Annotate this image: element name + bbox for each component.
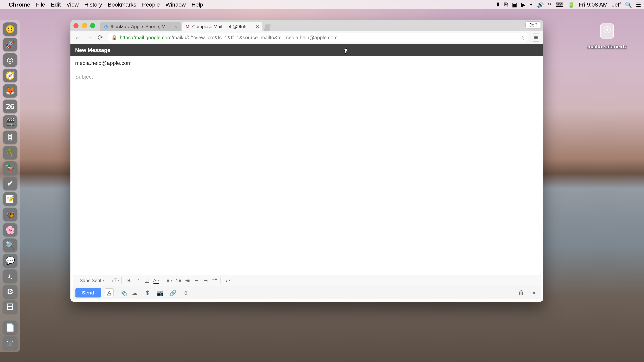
bold-button[interactable]: B [125, 277, 133, 285]
insert-drive-button[interactable]: ☁︎ [130, 289, 139, 297]
menu-view[interactable]: View [66, 1, 79, 8]
menubar-app-name[interactable]: Chrome [9, 1, 30, 8]
indent-less-button[interactable]: ⇤ [192, 277, 200, 285]
attach-file-button[interactable]: 📎 [118, 289, 126, 297]
window-zoom-button[interactable] [90, 23, 95, 28]
numbered-list-button[interactable]: 1≡ [174, 277, 182, 285]
formatting-toolbar: Sans Serif ▾ тT▾ B I U A▾ ≡▾ 1≡ •≡ ⇤ ⇥ ❝… [73, 275, 541, 286]
dock-butterfly[interactable]: 🦋 [3, 208, 17, 221]
insert-money-button[interactable]: $ [143, 289, 152, 297]
menu-file[interactable]: File [36, 1, 45, 8]
wifi-icon[interactable]: ⌔ [548, 1, 551, 8]
dock-launchpad[interactable]: 🚀 [3, 38, 17, 51]
menubar-username[interactable]: Jeff [612, 1, 621, 8]
font-family-label: Sans Serif [80, 278, 101, 283]
dock-messages[interactable]: 💬 [3, 254, 17, 267]
dock-finder[interactable]: 🙂 [3, 22, 17, 36]
font-size-dropdown[interactable]: тT▾ [112, 277, 120, 285]
chrome-toolbar: ← → ⟳ 🔒 https://mail.google.com/mail/u/0… [70, 31, 544, 44]
insert-emoji-button[interactable]: ☺ [181, 289, 190, 297]
airplay-icon[interactable]: ▶ [521, 1, 526, 8]
volume-icon[interactable]: 🔊 [537, 1, 544, 8]
dock-photos[interactable]: 🌸 [3, 223, 17, 237]
chrome-menu-button[interactable]: ≡ [532, 33, 540, 41]
new-tab-button[interactable] [264, 24, 271, 31]
dock-firefox[interactable]: 🦊 [3, 84, 17, 97]
screenrec-icon[interactable]: ▣ [512, 1, 517, 8]
discard-draft-button[interactable]: 🗑 [517, 289, 526, 297]
more-options-button[interactable]: ▾ [530, 289, 538, 297]
nav-reload-button[interactable]: ⟳ [96, 34, 104, 41]
dock-notes[interactable]: 📝 [3, 192, 17, 206]
dropbox-icon[interactable]: ⬇︎ [496, 1, 500, 8]
menu-window[interactable]: Window [166, 1, 186, 8]
nav-back-button[interactable]: ← [74, 34, 81, 41]
font-family-dropdown[interactable]: Sans Serif ▾ [77, 277, 106, 285]
dock-logic-pro[interactable]: 🎛 [3, 131, 17, 144]
battery-icon[interactable]: 🔋 [568, 1, 574, 8]
menubar-clock[interactable]: Fri 9:08 AM [578, 1, 608, 8]
dock-things[interactable]: ✔ [3, 177, 17, 190]
dock-cyberduck[interactable]: 🦆 [3, 161, 17, 175]
insert-link-button[interactable]: 🔗 [168, 289, 177, 297]
menu-help[interactable]: Help [192, 1, 203, 8]
compose-to-field[interactable]: media.help@apple.com [70, 56, 544, 70]
bullet-list-button[interactable]: •≡ [184, 277, 192, 285]
window-controls [74, 23, 95, 28]
nav-forward-button[interactable]: → [85, 34, 92, 41]
insert-photo-button[interactable]: 📷 [156, 289, 164, 297]
window-close-button[interactable] [74, 23, 78, 28]
menu-bookmarks[interactable]: Bookmarks [108, 1, 136, 8]
quote-button[interactable]: ❝❞ [211, 277, 219, 285]
indent-more-button[interactable]: ⇥ [202, 277, 210, 285]
dock-trash[interactable]: 🗑 [3, 336, 17, 350]
menu-edit[interactable]: Edit [51, 1, 61, 8]
tab-close-icon[interactable]: ✕ [174, 24, 178, 29]
text-color-button[interactable]: A▾ [152, 277, 160, 285]
dock-final-cut-pro[interactable]: 🎬 [3, 115, 17, 129]
compose-to-value: media.help@apple.com [75, 60, 132, 66]
bookmark-star-icon[interactable]: ☆ [520, 34, 525, 41]
dock-itunes[interactable]: ♫ [3, 270, 17, 283]
omnibox-url: https://mail.google.com/mail/u/0/?view=c… [120, 35, 518, 40]
toggle-formatting-button[interactable]: A [105, 289, 114, 297]
notification-center-icon[interactable]: ☰ [636, 1, 641, 8]
dock: 🙂 🚀 ◎ 🧭 🦊 26 🎬 🎛 🌴 🦆 ✔ 📝 🦋 🌸 🔍 💬 ♫ ⚙ 🎞 📄… [0, 20, 20, 352]
omnibox[interactable]: 🔒 https://mail.google.com/mail/u/0/?view… [108, 33, 528, 42]
keyboard-input-icon[interactable]: ⌨︎ [555, 1, 564, 8]
compose-subject-field[interactable] [70, 70, 544, 84]
compose-body[interactable] [70, 84, 544, 275]
dock-iphoto[interactable]: 🌴 [3, 146, 17, 159]
menu-history[interactable]: History [84, 1, 102, 8]
remove-formatting-button[interactable]: T✕ [224, 277, 232, 285]
dock-calendar[interactable]: 26 [3, 99, 17, 113]
dock-downloads[interactable]: 📄 [3, 321, 17, 334]
tab-9to5mac[interactable]: ◔ 9to5Mac: Apple iPhone, M… ✕ [100, 22, 181, 31]
dock-chrome[interactable]: ◎ [3, 53, 17, 67]
desktop-file[interactable]: mailto.safariextz [587, 20, 627, 50]
caret-down-icon: ▾ [171, 279, 172, 282]
spotlight-icon[interactable]: 🔍 [625, 1, 632, 8]
onepassword-icon[interactable]: ⎘ [504, 1, 508, 8]
tab-compose-mail[interactable]: M Compose Mail - jeff@9to5… ✕ [182, 22, 262, 31]
caret-down-icon: ▾ [158, 279, 159, 282]
underline-button[interactable]: U [143, 277, 151, 285]
chrome-profile-badge[interactable]: Jeff [526, 21, 541, 28]
bluetooth-icon[interactable]: ᛭ [530, 1, 533, 8]
favicon-9to5mac-icon: ◔ [103, 24, 109, 29]
desktop-file-label: mailto.safariextz [587, 44, 627, 50]
https-lock-icon: 🔒 [111, 34, 118, 40]
tab-close-icon[interactable]: ✕ [256, 24, 259, 29]
dock-detectx[interactable]: 🔍 [3, 239, 17, 252]
menu-people[interactable]: People [142, 1, 160, 8]
send-button[interactable]: Send [76, 288, 101, 298]
safariextz-icon [596, 20, 618, 42]
dock-quicktime[interactable]: 🎞 [3, 300, 17, 314]
italic-button[interactable]: I [134, 277, 142, 285]
dock-separator [4, 317, 16, 318]
window-minimize-button[interactable] [82, 23, 87, 28]
dock-safari[interactable]: 🧭 [3, 69, 17, 82]
align-button[interactable]: ≡▾ [165, 277, 174, 285]
dock-system-preferences[interactable]: ⚙ [3, 285, 17, 298]
compose-subject-input[interactable] [75, 74, 539, 80]
